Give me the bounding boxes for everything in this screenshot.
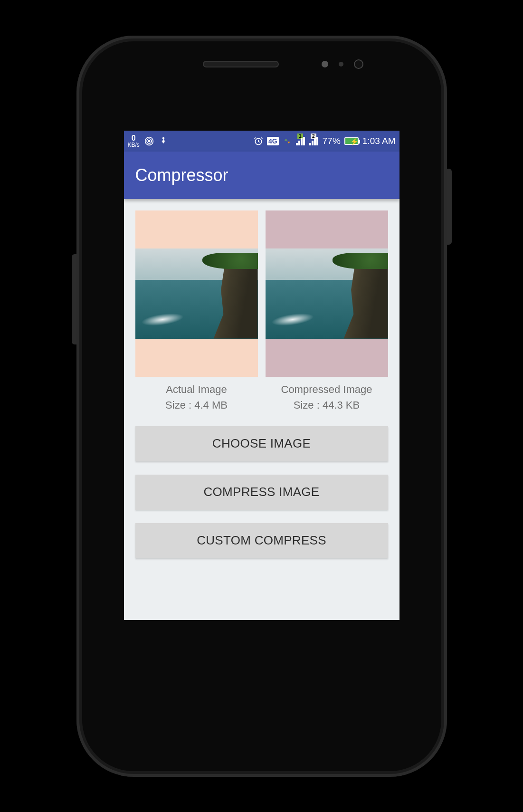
button-stack: CHOOSE IMAGE COMPRESS IMAGE CUSTOM COMPR…	[135, 426, 388, 558]
actual-image	[135, 248, 258, 339]
hotspot-icon	[144, 136, 154, 146]
compress-image-button[interactable]: COMPRESS IMAGE	[135, 475, 388, 510]
actual-image-panel	[135, 210, 258, 377]
image-row	[135, 210, 388, 377]
sensors	[322, 59, 363, 69]
actual-image-size: Size : 4.4 MB	[135, 397, 258, 413]
screen: 0 KB/s	[124, 131, 399, 620]
speed-unit: KB/s	[128, 142, 140, 148]
compressed-image-panel	[266, 210, 388, 377]
phone-top	[76, 59, 447, 69]
data-arrows-icon	[283, 136, 292, 146]
alarm-icon	[254, 136, 263, 146]
battery-icon: ⚡	[344, 137, 359, 145]
usb-icon	[159, 136, 168, 146]
phone-frame: 0 KB/s	[76, 36, 447, 777]
compressed-image-size: Size : 44.3 KB	[266, 397, 388, 413]
app-bar: Compressor	[124, 152, 399, 199]
compressed-image-label: Compressed Image Size : 44.3 KB	[266, 382, 388, 413]
status-bar: 0 KB/s	[124, 131, 399, 152]
compressed-image-title: Compressed Image	[266, 382, 388, 397]
actual-image-label: Actual Image Size : 4.4 MB	[135, 382, 258, 413]
image-labels: Actual Image Size : 4.4 MB Compressed Im…	[135, 382, 388, 413]
network-speed: 0 KB/s	[128, 134, 140, 148]
signal-sim1-icon: 1	[296, 137, 305, 145]
actual-image-title: Actual Image	[135, 382, 258, 397]
choose-image-button[interactable]: CHOOSE IMAGE	[135, 426, 388, 461]
signal-sim2-icon: 2	[309, 137, 319, 145]
app-title: Compressor	[135, 165, 228, 185]
clock: 1:03 AM	[362, 136, 396, 146]
earpiece	[203, 61, 279, 67]
custom-compress-button[interactable]: CUSTOM COMPRESS	[135, 523, 388, 558]
content: Actual Image Size : 4.4 MB Compressed Im…	[124, 199, 399, 570]
fourg-badge: 4G	[267, 137, 279, 145]
svg-point-0	[148, 140, 150, 142]
compressed-image	[266, 248, 388, 339]
battery-percent: 77%	[323, 136, 341, 146]
speed-value: 0	[128, 134, 140, 142]
